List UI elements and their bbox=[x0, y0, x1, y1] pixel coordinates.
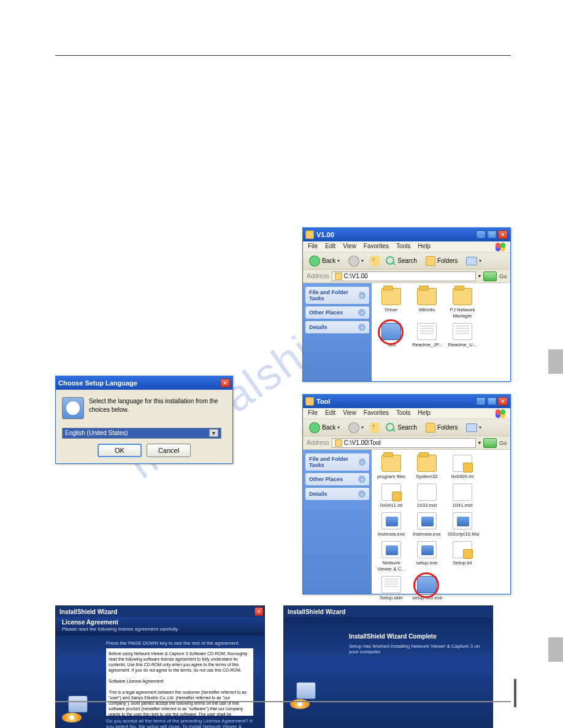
address-label: Address bbox=[307, 273, 329, 279]
wizard-question: Do you accept all the terms of the prece… bbox=[106, 718, 255, 728]
menu-help[interactable]: Help bbox=[418, 409, 431, 417]
maximize-button[interactable]: □ bbox=[487, 397, 497, 406]
explorer2-sidebar: File and Folder Tasks⌄ Other Places⌄ Det… bbox=[303, 450, 372, 594]
file-network-viewer[interactable]: Network Viewer & C... bbox=[377, 541, 406, 572]
forward-button[interactable]: ▾ bbox=[346, 255, 366, 267]
collapse-icon: ⌄ bbox=[359, 458, 366, 466]
globe-icon bbox=[62, 397, 84, 419]
file-instmsia-exe[interactable]: instmsia.exe bbox=[377, 512, 406, 537]
dialog-titlebar[interactable]: Choose Setup Language × bbox=[56, 376, 232, 390]
file-setup-exe[interactable]: setup.exe bbox=[412, 541, 442, 572]
explorer-v100-window: V1.00 _ □ × File Edit View Favorites Too… bbox=[302, 227, 511, 382]
menu-file[interactable]: File bbox=[308, 243, 318, 251]
explorer2-menubar: File Edit View Favorites Tools Help bbox=[303, 408, 510, 419]
go-label: Go bbox=[499, 273, 507, 279]
up-button[interactable] bbox=[370, 256, 380, 266]
file-0x0411-ini[interactable]: 0x0411.ini bbox=[377, 483, 406, 509]
search-button[interactable]: Search bbox=[383, 422, 419, 433]
file-setup-skin[interactable]: Setup.skin bbox=[377, 576, 406, 601]
chevron-down-icon: ▾ bbox=[337, 425, 340, 430]
minimize-button[interactable]: _ bbox=[476, 397, 486, 406]
chevron-down-icon[interactable]: ▾ bbox=[478, 440, 481, 446]
menu-favorites[interactable]: Favorites bbox=[364, 243, 389, 251]
search-icon bbox=[386, 256, 396, 266]
folder-icon bbox=[335, 439, 342, 447]
sidepanel-file-tasks[interactable]: File and Folder Tasks⌄ bbox=[305, 287, 369, 304]
sidepanel-other-places[interactable]: Other Places⌄ bbox=[305, 306, 369, 319]
license-text-box[interactable]: Before using Network Viewer & Capture 3 … bbox=[106, 648, 253, 716]
dialog-close-button[interactable]: × bbox=[220, 379, 230, 387]
folder-mibinfo[interactable]: MibInfo bbox=[412, 288, 442, 319]
explorer2-title: Tool bbox=[316, 398, 330, 405]
menu-tools[interactable]: Tools bbox=[396, 243, 410, 251]
address-input[interactable]: C:\V1.00 bbox=[332, 271, 476, 281]
menu-edit[interactable]: Edit bbox=[325, 409, 335, 417]
menu-help[interactable]: Help bbox=[418, 243, 431, 251]
sidepanel-other-places[interactable]: Other Places⌄ bbox=[305, 473, 369, 485]
file-setuptool-exe[interactable]: setupTool.exe bbox=[412, 576, 442, 601]
minimize-button[interactable]: _ bbox=[476, 230, 486, 239]
back-icon bbox=[309, 256, 320, 267]
ok-button[interactable]: OK bbox=[98, 444, 142, 457]
wizard-titlebar[interactable]: InstallShield Wizard bbox=[56, 606, 264, 617]
file-setup-ini[interactable]: Setup.ini bbox=[448, 541, 477, 572]
menu-edit[interactable]: Edit bbox=[325, 243, 335, 251]
folders-button[interactable]: Folders bbox=[423, 422, 460, 433]
explorer2-titlebar[interactable]: Tool _ □ × bbox=[303, 395, 510, 408]
explorer1-toolbar: Back▾ ▾ Search Folders ▾ bbox=[303, 252, 510, 270]
sidepanel-file-tasks[interactable]: File and Folder Tasks⌄ bbox=[305, 453, 369, 471]
chevron-down-icon[interactable]: ▾ bbox=[478, 273, 481, 279]
file-isscript10-msi[interactable]: ISScript10.Msi bbox=[448, 512, 477, 537]
menu-view[interactable]: View bbox=[343, 243, 356, 251]
back-button[interactable]: Back▾ bbox=[307, 422, 342, 434]
folders-button[interactable]: Folders bbox=[423, 256, 460, 267]
sidepanel-details[interactable]: Details⌄ bbox=[305, 321, 369, 333]
wizard-close-button[interactable]: × bbox=[255, 607, 263, 616]
windows-logo-icon bbox=[494, 409, 507, 418]
file-0x0409-ini[interactable]: 0x0409.ini bbox=[448, 455, 477, 480]
folder-pj-network-manager[interactable]: PJ Network Manager bbox=[448, 288, 477, 319]
search-button[interactable]: Search bbox=[383, 256, 419, 267]
go-button[interactable]: → bbox=[483, 271, 497, 281]
folder-program-files[interactable]: program files bbox=[377, 455, 406, 480]
file-instmsiw-exe[interactable]: instmsiw.exe bbox=[412, 512, 442, 537]
close-button[interactable]: × bbox=[498, 397, 508, 406]
menu-view[interactable]: View bbox=[343, 409, 356, 417]
go-button[interactable]: → bbox=[483, 438, 497, 448]
folder-driver[interactable]: Driver bbox=[377, 288, 406, 319]
wizard-graphic bbox=[290, 672, 324, 709]
views-button[interactable]: ▾ bbox=[464, 423, 484, 433]
menu-favorites[interactable]: Favorites bbox=[364, 409, 389, 417]
explorer2-file-area[interactable]: program files System32 0x0409.ini 0x0411… bbox=[372, 450, 510, 594]
close-button[interactable]: × bbox=[498, 230, 508, 239]
folder-tool[interactable]: Tool bbox=[377, 323, 406, 348]
file-1033-mst[interactable]: 1033.mst bbox=[412, 483, 442, 509]
forward-button[interactable]: ▾ bbox=[346, 422, 366, 434]
wizard-titlebar[interactable]: InstallShield Wizard bbox=[284, 606, 492, 617]
explorer1-sidebar: File and Folder Tasks⌄ Other Places⌄ Det… bbox=[303, 283, 372, 381]
menu-file[interactable]: File bbox=[308, 409, 318, 417]
file-1041-mst[interactable]: 1041.mst bbox=[448, 483, 477, 509]
file-readme-jp[interactable]: Readme_JP... bbox=[412, 323, 442, 348]
forward-icon bbox=[348, 422, 359, 433]
side-tab-2 bbox=[548, 637, 563, 662]
cancel-button[interactable]: Cancel bbox=[147, 444, 191, 457]
go-label: Go bbox=[499, 440, 507, 446]
address-input[interactable]: C:\V1.00\Tool bbox=[332, 438, 476, 448]
explorer1-titlebar[interactable]: V1.00 _ □ × bbox=[303, 228, 510, 241]
dialog-title: Choose Setup Language bbox=[58, 379, 137, 387]
language-select[interactable]: English (United States) bbox=[62, 428, 221, 439]
menu-tools[interactable]: Tools bbox=[396, 409, 410, 417]
chevron-down-icon: ▾ bbox=[361, 425, 364, 430]
explorer1-file-area[interactable]: Driver MibInfo PJ Network Manager Tool R… bbox=[372, 283, 510, 381]
sidepanel-details[interactable]: Details⌄ bbox=[305, 488, 369, 500]
back-button[interactable]: Back▾ bbox=[307, 255, 342, 267]
explorer1-menubar: File Edit View Favorites Tools Help bbox=[303, 241, 510, 252]
file-readme-u[interactable]: Readme_U... bbox=[448, 323, 477, 348]
up-button[interactable] bbox=[370, 423, 380, 433]
maximize-button[interactable]: □ bbox=[487, 230, 497, 239]
views-button[interactable]: ▾ bbox=[464, 256, 484, 266]
wizard-subheader: License Agreement Please read the follow… bbox=[56, 617, 264, 635]
folder-system32[interactable]: System32 bbox=[412, 455, 442, 480]
installshield-complete-wizard: InstallShield Wizard InstallShield Wizar… bbox=[283, 605, 493, 728]
